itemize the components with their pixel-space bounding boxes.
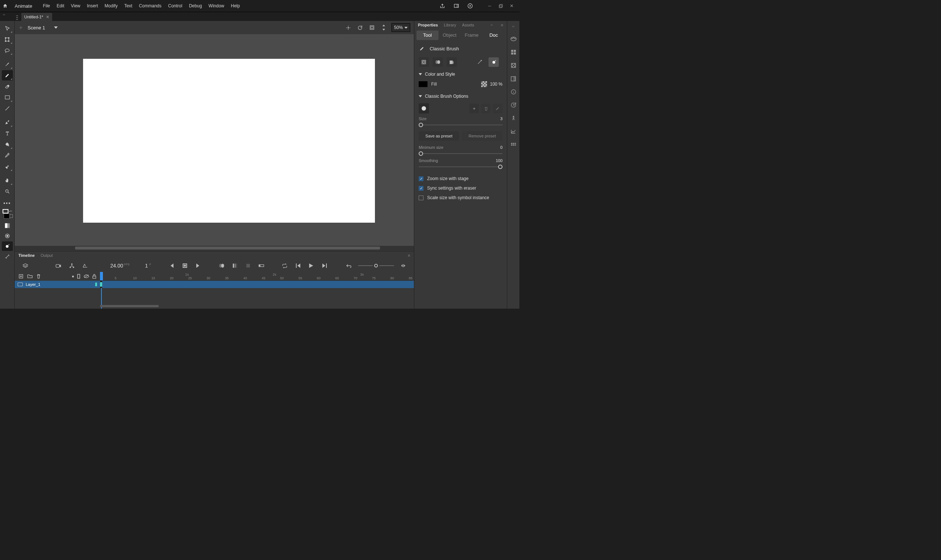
layer-depth-icon[interactable] [81,262,89,270]
subtab-object[interactable]: Object [439,31,460,40]
option-wand-icon[interactable] [2,252,13,261]
section-color-style[interactable]: Color and Style [414,69,507,80]
rotate-view-icon[interactable] [356,23,364,32]
paint-bucket-tool[interactable] [2,139,13,149]
expand-dock-icon[interactable]: ‹‹ [513,25,514,28]
free-transform-tool[interactable] [2,34,13,45]
share-icon[interactable] [439,2,446,9]
lasso-tool[interactable] [2,45,13,55]
stage-canvas[interactable] [83,59,375,223]
sync-eraser-checkbox[interactable]: ✓Sync settings with eraser [414,183,507,193]
library-tab[interactable]: Library [444,23,456,27]
next-keyframe-icon[interactable] [194,262,202,270]
panel-menu-icon[interactable]: ≡ [408,253,410,258]
size-value[interactable]: 3 [500,117,502,121]
min-size-value[interactable]: 0 [500,145,502,149]
align-panel-icon[interactable] [510,62,517,69]
current-frame[interactable]: 1F [145,263,151,269]
timeline-ruler[interactable]: 1s 2s 3s 5 10 15 20 25 30 35 40 45 [100,272,414,281]
fps-value[interactable]: 24.00FPS [110,263,130,269]
menu-insert[interactable]: Insert [84,0,102,12]
stroke-swatch[interactable] [3,209,8,214]
classic-brush-tool[interactable] [2,70,13,80]
pen-tool[interactable] [2,117,13,128]
layers-view-icon[interactable] [21,262,29,270]
frame-pane[interactable]: 1s 2s 3s 5 10 15 20 25 30 35 40 45 [100,272,414,309]
menu-window[interactable]: Window [205,0,228,12]
brush-shape-preview[interactable] [419,103,429,114]
eyedropper-tool[interactable] [2,150,13,161]
fill-alpha-value[interactable]: 100 % [490,82,502,87]
document-tab[interactable]: Untitled-1* ✕ [21,13,52,21]
eraser-tool[interactable] [2,81,13,91]
visibility-toggle-icon[interactable] [83,274,89,278]
option-snap-icon[interactable] [2,231,13,241]
add-preset-icon[interactable]: ＋ [470,104,479,113]
menu-file[interactable]: File [40,0,53,12]
outline-toggle-icon[interactable] [77,274,80,279]
create-tween-icon[interactable] [257,262,265,270]
loop-icon[interactable] [281,262,289,270]
highlight-dot-icon[interactable] [72,275,74,277]
prev-keyframe-icon[interactable] [168,262,176,270]
menu-text[interactable]: Text [121,0,136,12]
assets-tab[interactable]: Assets [462,23,474,27]
default-colors-icon[interactable]: ⤺ [9,209,12,213]
object-drawing-icon[interactable] [419,57,429,67]
hand-tool[interactable] [2,175,13,186]
timeline-tab[interactable]: Timeline [18,253,35,258]
color-panel-icon[interactable] [510,35,517,43]
smoothing-slider[interactable] [419,163,502,170]
line-tool[interactable] [2,103,13,114]
min-size-slider[interactable] [419,150,502,157]
new-layer-icon[interactable] [18,274,23,279]
more-tools-icon[interactable]: ••• [3,200,11,208]
marker-icon[interactable] [244,262,252,270]
rig-panel-icon[interactable] [510,114,517,122]
frame-row[interactable] [100,281,414,288]
maximize-button[interactable] [495,2,506,10]
pin-tool[interactable] [2,161,13,172]
rectangle-tool[interactable] [2,92,13,103]
text-tool[interactable] [2,128,13,138]
workspace-grip-icon[interactable] [15,14,19,21]
delete-layer-icon[interactable] [36,274,41,279]
insert-keyframe-icon[interactable] [181,262,189,270]
play-icon[interactable] [307,262,316,270]
menu-debug[interactable]: Debug [186,0,205,12]
timeline-zoom-slider[interactable] [358,264,394,268]
center-stage-icon[interactable] [344,23,353,32]
fill-color-swatch[interactable] [419,81,428,87]
panel-menu-icon[interactable]: ≡ [501,23,503,27]
swatches-panel-icon[interactable] [510,48,517,56]
undo-loop-icon[interactable] [345,262,353,270]
save-preset-button[interactable]: Save as preset [419,131,459,141]
color-swatches[interactable]: ⤺ [2,209,13,220]
option-black-white-icon[interactable] [2,221,13,231]
close-button[interactable]: ✕ [506,2,517,10]
transform-panel-icon[interactable] [510,75,517,83]
tilt-icon[interactable] [488,57,499,67]
pressure-icon[interactable] [474,57,485,67]
scrollbar-thumb[interactable] [100,305,159,307]
menu-edit[interactable]: Edit [53,0,68,12]
delete-preset-icon[interactable] [481,104,491,113]
section-brush-options[interactable]: Classic Brush Options [414,91,507,102]
collapse-panel-icon[interactable]: ›› [491,23,493,27]
zoom-tool[interactable] [2,186,13,197]
menu-control[interactable]: Control [165,0,186,12]
option-brush-mode-icon[interactable] [2,242,13,251]
swap-colors-icon[interactable] [9,214,13,218]
zoom-dropdown[interactable]: 50% [391,23,410,32]
edit-preset-icon[interactable] [493,104,502,113]
step-back-icon[interactable] [294,262,302,270]
menu-modify[interactable]: Modify [102,0,121,12]
clip-stage-icon[interactable] [368,23,376,32]
workspace-icon[interactable] [453,2,460,9]
alpha-checker-icon[interactable] [481,81,487,87]
subtab-frame[interactable]: Frame [460,31,483,40]
play-test-icon[interactable] [467,2,474,9]
layer-name[interactable]: Layer_1 [26,282,40,287]
scene-dropdown[interactable]: Scene 1 [28,25,58,31]
step-forward-icon[interactable] [320,262,329,270]
